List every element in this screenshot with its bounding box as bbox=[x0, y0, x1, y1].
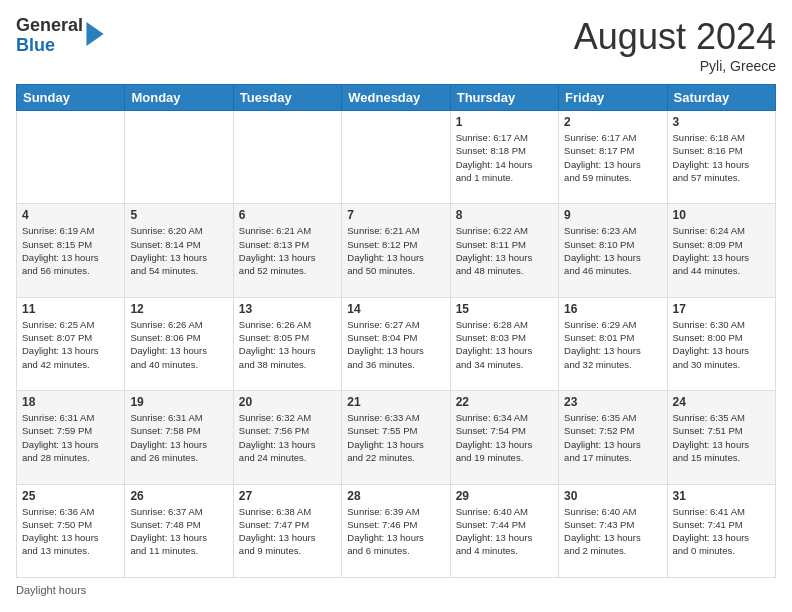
page: General Blue August 2024 Pyli, Greece Su… bbox=[0, 0, 792, 612]
day-number: 2 bbox=[564, 115, 661, 129]
day-number: 25 bbox=[22, 489, 119, 503]
day-info: Sunrise: 6:40 AM Sunset: 7:43 PM Dayligh… bbox=[564, 505, 661, 558]
day-number: 19 bbox=[130, 395, 227, 409]
day-info: Sunrise: 6:21 AM Sunset: 8:13 PM Dayligh… bbox=[239, 224, 336, 277]
day-info: Sunrise: 6:35 AM Sunset: 7:52 PM Dayligh… bbox=[564, 411, 661, 464]
day-number: 28 bbox=[347, 489, 444, 503]
logo-blue: Blue bbox=[16, 36, 83, 56]
calendar-cell: 30Sunrise: 6:40 AM Sunset: 7:43 PM Dayli… bbox=[559, 484, 667, 577]
logo-icon bbox=[85, 22, 105, 46]
day-info: Sunrise: 6:20 AM Sunset: 8:14 PM Dayligh… bbox=[130, 224, 227, 277]
day-number: 29 bbox=[456, 489, 553, 503]
calendar-cell: 20Sunrise: 6:32 AM Sunset: 7:56 PM Dayli… bbox=[233, 391, 341, 484]
calendar-cell: 28Sunrise: 6:39 AM Sunset: 7:46 PM Dayli… bbox=[342, 484, 450, 577]
day-info: Sunrise: 6:34 AM Sunset: 7:54 PM Dayligh… bbox=[456, 411, 553, 464]
calendar-cell: 16Sunrise: 6:29 AM Sunset: 8:01 PM Dayli… bbox=[559, 297, 667, 390]
day-info: Sunrise: 6:41 AM Sunset: 7:41 PM Dayligh… bbox=[673, 505, 770, 558]
logo: General Blue bbox=[16, 16, 105, 56]
day-info: Sunrise: 6:32 AM Sunset: 7:56 PM Dayligh… bbox=[239, 411, 336, 464]
calendar-cell: 11Sunrise: 6:25 AM Sunset: 8:07 PM Dayli… bbox=[17, 297, 125, 390]
day-number: 21 bbox=[347, 395, 444, 409]
calendar-week-row: 11Sunrise: 6:25 AM Sunset: 8:07 PM Dayli… bbox=[17, 297, 776, 390]
calendar-cell: 6Sunrise: 6:21 AM Sunset: 8:13 PM Daylig… bbox=[233, 204, 341, 297]
day-info: Sunrise: 6:29 AM Sunset: 8:01 PM Dayligh… bbox=[564, 318, 661, 371]
location-subtitle: Pyli, Greece bbox=[574, 58, 776, 74]
day-info: Sunrise: 6:26 AM Sunset: 8:05 PM Dayligh… bbox=[239, 318, 336, 371]
day-number: 18 bbox=[22, 395, 119, 409]
day-number: 11 bbox=[22, 302, 119, 316]
day-number: 23 bbox=[564, 395, 661, 409]
logo-text: General Blue bbox=[16, 16, 83, 56]
calendar-cell: 31Sunrise: 6:41 AM Sunset: 7:41 PM Dayli… bbox=[667, 484, 775, 577]
day-info: Sunrise: 6:26 AM Sunset: 8:06 PM Dayligh… bbox=[130, 318, 227, 371]
day-number: 27 bbox=[239, 489, 336, 503]
day-info: Sunrise: 6:17 AM Sunset: 8:18 PM Dayligh… bbox=[456, 131, 553, 184]
calendar-cell bbox=[342, 111, 450, 204]
calendar-cell: 4Sunrise: 6:19 AM Sunset: 8:15 PM Daylig… bbox=[17, 204, 125, 297]
calendar-cell: 26Sunrise: 6:37 AM Sunset: 7:48 PM Dayli… bbox=[125, 484, 233, 577]
calendar-cell: 19Sunrise: 6:31 AM Sunset: 7:58 PM Dayli… bbox=[125, 391, 233, 484]
day-info: Sunrise: 6:24 AM Sunset: 8:09 PM Dayligh… bbox=[673, 224, 770, 277]
day-info: Sunrise: 6:17 AM Sunset: 8:17 PM Dayligh… bbox=[564, 131, 661, 184]
day-number: 16 bbox=[564, 302, 661, 316]
day-info: Sunrise: 6:19 AM Sunset: 8:15 PM Dayligh… bbox=[22, 224, 119, 277]
day-info: Sunrise: 6:36 AM Sunset: 7:50 PM Dayligh… bbox=[22, 505, 119, 558]
day-number: 15 bbox=[456, 302, 553, 316]
calendar-day-header: Sunday bbox=[17, 85, 125, 111]
calendar-week-row: 1Sunrise: 6:17 AM Sunset: 8:18 PM Daylig… bbox=[17, 111, 776, 204]
calendar-cell: 5Sunrise: 6:20 AM Sunset: 8:14 PM Daylig… bbox=[125, 204, 233, 297]
day-number: 4 bbox=[22, 208, 119, 222]
day-number: 10 bbox=[673, 208, 770, 222]
day-info: Sunrise: 6:22 AM Sunset: 8:11 PM Dayligh… bbox=[456, 224, 553, 277]
calendar-table: SundayMondayTuesdayWednesdayThursdayFrid… bbox=[16, 84, 776, 578]
calendar-cell: 23Sunrise: 6:35 AM Sunset: 7:52 PM Dayli… bbox=[559, 391, 667, 484]
calendar-cell: 25Sunrise: 6:36 AM Sunset: 7:50 PM Dayli… bbox=[17, 484, 125, 577]
title-block: August 2024 Pyli, Greece bbox=[574, 16, 776, 74]
calendar-day-header: Tuesday bbox=[233, 85, 341, 111]
day-info: Sunrise: 6:37 AM Sunset: 7:48 PM Dayligh… bbox=[130, 505, 227, 558]
calendar-cell: 21Sunrise: 6:33 AM Sunset: 7:55 PM Dayli… bbox=[342, 391, 450, 484]
calendar-header-row: SundayMondayTuesdayWednesdayThursdayFrid… bbox=[17, 85, 776, 111]
calendar-day-header: Thursday bbox=[450, 85, 558, 111]
day-info: Sunrise: 6:23 AM Sunset: 8:10 PM Dayligh… bbox=[564, 224, 661, 277]
calendar-week-row: 25Sunrise: 6:36 AM Sunset: 7:50 PM Dayli… bbox=[17, 484, 776, 577]
calendar-cell: 15Sunrise: 6:28 AM Sunset: 8:03 PM Dayli… bbox=[450, 297, 558, 390]
calendar-cell: 7Sunrise: 6:21 AM Sunset: 8:12 PM Daylig… bbox=[342, 204, 450, 297]
calendar-cell: 13Sunrise: 6:26 AM Sunset: 8:05 PM Dayli… bbox=[233, 297, 341, 390]
calendar-cell: 8Sunrise: 6:22 AM Sunset: 8:11 PM Daylig… bbox=[450, 204, 558, 297]
footer-note-text: Daylight hours bbox=[16, 584, 86, 596]
day-number: 7 bbox=[347, 208, 444, 222]
svg-marker-0 bbox=[86, 22, 103, 46]
day-number: 22 bbox=[456, 395, 553, 409]
calendar-cell: 27Sunrise: 6:38 AM Sunset: 7:47 PM Dayli… bbox=[233, 484, 341, 577]
calendar-day-header: Saturday bbox=[667, 85, 775, 111]
day-number: 3 bbox=[673, 115, 770, 129]
day-info: Sunrise: 6:35 AM Sunset: 7:51 PM Dayligh… bbox=[673, 411, 770, 464]
calendar-cell: 14Sunrise: 6:27 AM Sunset: 8:04 PM Dayli… bbox=[342, 297, 450, 390]
footer-note: Daylight hours bbox=[16, 584, 776, 596]
calendar-cell: 9Sunrise: 6:23 AM Sunset: 8:10 PM Daylig… bbox=[559, 204, 667, 297]
calendar-cell: 22Sunrise: 6:34 AM Sunset: 7:54 PM Dayli… bbox=[450, 391, 558, 484]
calendar-cell: 29Sunrise: 6:40 AM Sunset: 7:44 PM Dayli… bbox=[450, 484, 558, 577]
logo-general: General bbox=[16, 16, 83, 36]
calendar-cell: 1Sunrise: 6:17 AM Sunset: 8:18 PM Daylig… bbox=[450, 111, 558, 204]
day-info: Sunrise: 6:40 AM Sunset: 7:44 PM Dayligh… bbox=[456, 505, 553, 558]
day-number: 1 bbox=[456, 115, 553, 129]
calendar-cell bbox=[125, 111, 233, 204]
calendar-cell: 12Sunrise: 6:26 AM Sunset: 8:06 PM Dayli… bbox=[125, 297, 233, 390]
day-info: Sunrise: 6:39 AM Sunset: 7:46 PM Dayligh… bbox=[347, 505, 444, 558]
day-number: 31 bbox=[673, 489, 770, 503]
calendar-cell: 17Sunrise: 6:30 AM Sunset: 8:00 PM Dayli… bbox=[667, 297, 775, 390]
calendar-cell: 2Sunrise: 6:17 AM Sunset: 8:17 PM Daylig… bbox=[559, 111, 667, 204]
day-info: Sunrise: 6:25 AM Sunset: 8:07 PM Dayligh… bbox=[22, 318, 119, 371]
calendar-day-header: Wednesday bbox=[342, 85, 450, 111]
calendar-week-row: 18Sunrise: 6:31 AM Sunset: 7:59 PM Dayli… bbox=[17, 391, 776, 484]
day-info: Sunrise: 6:33 AM Sunset: 7:55 PM Dayligh… bbox=[347, 411, 444, 464]
calendar-day-header: Friday bbox=[559, 85, 667, 111]
month-title: August 2024 bbox=[574, 16, 776, 58]
day-number: 17 bbox=[673, 302, 770, 316]
calendar-cell bbox=[17, 111, 125, 204]
day-number: 8 bbox=[456, 208, 553, 222]
day-info: Sunrise: 6:28 AM Sunset: 8:03 PM Dayligh… bbox=[456, 318, 553, 371]
day-number: 26 bbox=[130, 489, 227, 503]
